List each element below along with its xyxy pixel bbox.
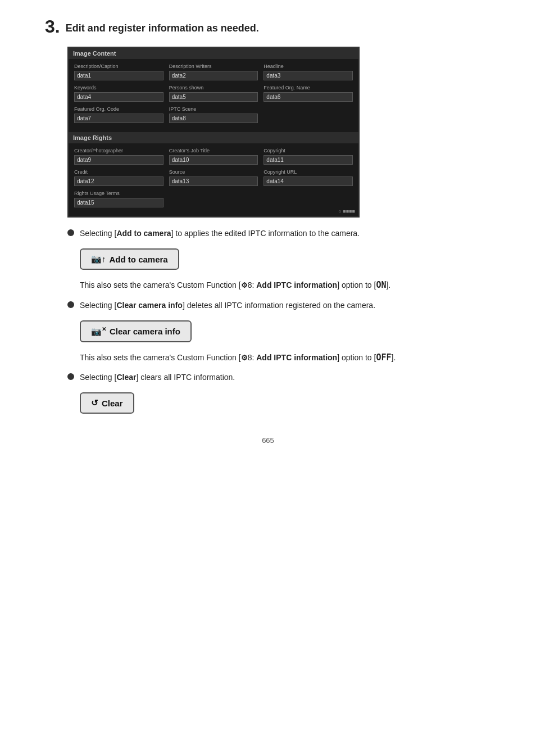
clear-camera-info-button-container: 📷✕ Clear camera info bbox=[80, 320, 491, 342]
field-persons-shown: Persons shown bbox=[169, 85, 258, 102]
input-creator-photographer[interactable] bbox=[74, 155, 163, 165]
off-value: OFF bbox=[376, 352, 391, 363]
clear-camera-info-label: Clear camera info bbox=[110, 327, 180, 336]
bullet-section: Selecting [Add to camera] to applies the… bbox=[67, 228, 491, 414]
bold-add-to-camera: Add to camera bbox=[116, 229, 171, 238]
panel-row-1: Description/Caption Description Writers … bbox=[74, 64, 353, 80]
panel-row-4: Creator/Photographer Creator's Job Title… bbox=[74, 148, 353, 165]
input-description-writers[interactable] bbox=[169, 71, 258, 80]
field-copyright: Copyright bbox=[264, 148, 353, 165]
field-copyright-url: Copyright URL bbox=[264, 169, 353, 186]
cf-num-clear: 8 bbox=[248, 353, 252, 362]
field-empty-3 bbox=[264, 191, 353, 207]
camera-upload-icon: 📷↑ bbox=[91, 254, 106, 264]
label-iptc-scene: IPTC Scene bbox=[169, 106, 258, 112]
bold-add-iptc-add: Add IPTC information bbox=[256, 280, 337, 289]
field-description-caption: Description/Caption bbox=[74, 64, 163, 80]
bullet-item-clear-camera-info: Selecting [Clear camera info] deletes al… bbox=[67, 300, 491, 311]
bullet-item-add-to-camera: Selecting [Add to camera] to applies the… bbox=[67, 228, 491, 239]
input-keywords[interactable] bbox=[74, 92, 163, 102]
label-rights-usage-terms: Rights Usage Terms bbox=[74, 191, 163, 196]
page-number: 665 bbox=[45, 436, 491, 445]
refresh-icon: ↺ bbox=[91, 398, 98, 408]
section-image-rights: Image Rights bbox=[69, 132, 358, 143]
bullet-dot-1 bbox=[67, 229, 74, 236]
bullet-dot-2 bbox=[67, 301, 74, 308]
label-creator-photographer: Creator/Photographer bbox=[74, 148, 163, 153]
image-panel: Image Content Description/Caption Descri… bbox=[67, 47, 360, 218]
step-header: 3. Edit and register information as need… bbox=[45, 17, 491, 37]
panel-row-2: Keywords Persons shown Featured Org. Nam… bbox=[74, 85, 353, 102]
input-description-caption[interactable] bbox=[74, 71, 163, 80]
clear-button[interactable]: ↺ Clear bbox=[80, 392, 134, 414]
bold-clear-camera-info: Clear camera info bbox=[116, 301, 183, 310]
bullet-item-clear: Selecting [Clear] clears all IPTC inform… bbox=[67, 372, 491, 383]
image-content-body: Description/Caption Description Writers … bbox=[69, 59, 358, 132]
panel-corner-indicator: ○ ■■■■ bbox=[338, 209, 355, 214]
field-iptc-scene: IPTC Scene bbox=[169, 106, 258, 123]
label-headline: Headline bbox=[264, 64, 353, 69]
bold-clear: Clear bbox=[116, 373, 136, 382]
field-creators-job-title: Creator's Job Title bbox=[169, 148, 258, 165]
input-rights-usage-terms[interactable] bbox=[74, 198, 163, 207]
add-to-camera-button-container: 📷↑ Add to camera bbox=[80, 248, 491, 270]
bullet-dot-3 bbox=[67, 373, 74, 380]
label-description-writers: Description Writers bbox=[169, 64, 258, 69]
field-creator-photographer: Creator/Photographer bbox=[74, 148, 163, 165]
label-copyright-url: Copyright URL bbox=[264, 169, 353, 175]
input-source[interactable] bbox=[169, 176, 258, 186]
input-copyright-url[interactable] bbox=[264, 176, 353, 186]
bullet-text-clear-camera-info: Selecting [Clear camera info] deletes al… bbox=[80, 300, 375, 311]
add-to-camera-label: Add to camera bbox=[110, 255, 168, 264]
field-rights-usage-terms: Rights Usage Terms bbox=[74, 191, 163, 207]
field-description-writers: Description Writers bbox=[169, 64, 258, 80]
input-copyright[interactable] bbox=[264, 155, 353, 165]
label-copyright: Copyright bbox=[264, 148, 353, 153]
section-image-content: Image Content bbox=[69, 48, 358, 59]
cf-icon-clear: ⚙ bbox=[241, 352, 248, 364]
input-featured-org-name[interactable] bbox=[264, 92, 353, 102]
field-source: Source bbox=[169, 169, 258, 186]
input-creators-job-title[interactable] bbox=[169, 155, 258, 165]
input-iptc-scene[interactable] bbox=[169, 114, 258, 123]
on-value: ON bbox=[376, 280, 386, 290]
field-featured-org-code: Featured Org. Code bbox=[74, 106, 163, 123]
clear-camera-info-button[interactable]: 📷✕ Clear camera info bbox=[80, 320, 192, 342]
image-rights-body: Creator/Photographer Creator's Job Title… bbox=[69, 143, 358, 216]
field-empty-1 bbox=[264, 106, 353, 123]
label-creators-job-title: Creator's Job Title bbox=[169, 148, 258, 153]
camera-x-icon: 📷✕ bbox=[91, 326, 106, 337]
step-number: 3. bbox=[45, 17, 60, 37]
label-featured-org-name: Featured Org. Name bbox=[264, 85, 353, 90]
input-headline[interactable] bbox=[264, 71, 353, 80]
bullet-text-clear: Selecting [Clear] clears all IPTC inform… bbox=[80, 372, 235, 383]
bullet-text-add-to-camera: Selecting [Add to camera] to applies the… bbox=[80, 228, 360, 239]
clear-label: Clear bbox=[102, 399, 123, 408]
panel-row-6: Rights Usage Terms bbox=[74, 191, 353, 207]
cf-icon-add: ⚙ bbox=[241, 280, 248, 291]
label-credit: Credit bbox=[74, 169, 163, 175]
label-keywords: Keywords bbox=[74, 85, 163, 90]
panel-row-5: Credit Source Copyright URL bbox=[74, 169, 353, 186]
sub-text-clear-camera-info: This also sets the camera's Custom Funct… bbox=[80, 351, 491, 364]
input-featured-org-code[interactable] bbox=[74, 114, 163, 123]
input-persons-shown[interactable] bbox=[169, 92, 258, 102]
step-title: Edit and register information as needed. bbox=[66, 22, 259, 34]
label-featured-org-code: Featured Org. Code bbox=[74, 106, 163, 112]
label-empty-2 bbox=[169, 191, 258, 196]
bold-add-iptc-clear: Add IPTC information bbox=[256, 353, 337, 362]
field-credit: Credit bbox=[74, 169, 163, 186]
label-empty-3 bbox=[264, 191, 353, 196]
field-empty-2 bbox=[169, 191, 258, 207]
label-description-caption: Description/Caption bbox=[74, 64, 163, 69]
input-credit[interactable] bbox=[74, 176, 163, 186]
field-keywords: Keywords bbox=[74, 85, 163, 102]
clear-button-container: ↺ Clear bbox=[80, 392, 491, 414]
label-empty-1 bbox=[264, 106, 353, 112]
field-headline: Headline bbox=[264, 64, 353, 80]
cf-num-add: 8 bbox=[248, 280, 252, 289]
sub-text-add-to-camera: This also sets the camera's Custom Funct… bbox=[80, 279, 491, 292]
add-to-camera-button[interactable]: 📷↑ Add to camera bbox=[80, 248, 179, 270]
label-persons-shown: Persons shown bbox=[169, 85, 258, 90]
panel-row-3: Featured Org. Code IPTC Scene bbox=[74, 106, 353, 123]
